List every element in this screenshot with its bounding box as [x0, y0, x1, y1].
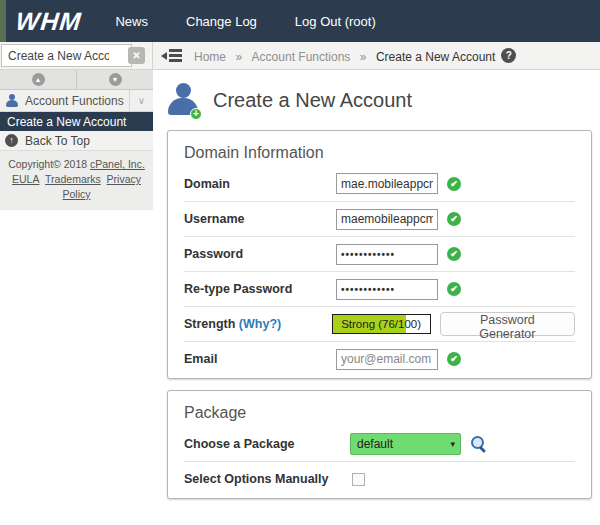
breadcrumb-separator: »: [360, 50, 367, 64]
breadcrumb-separator: »: [235, 50, 242, 64]
sidebar-nav-buttons: ▲ ▼: [0, 70, 153, 90]
password-label: Password: [184, 247, 336, 261]
breadcrumb-current: Create a New Account: [376, 50, 495, 64]
choose-package-label: Choose a Package: [184, 437, 350, 451]
select-options-manually-checkbox[interactable]: [352, 473, 365, 486]
valid-check-icon: ✔: [447, 212, 461, 226]
select-options-manually-label: Select Options Manually: [184, 472, 350, 486]
form-row-email: Email ✔: [184, 341, 575, 376]
back-to-top-button[interactable]: ↑ Back To Top: [0, 131, 153, 151]
scroll-up-button[interactable]: ▲: [0, 70, 77, 89]
eula-link[interactable]: EULA: [12, 173, 39, 185]
sidebar-item-create-new-account[interactable]: Create a New Account: [0, 112, 153, 131]
password-generator-button[interactable]: Password Generator: [440, 312, 575, 336]
breadcrumb: Home » Account Functions » Create a New …: [194, 47, 495, 65]
domain-information-section: Domain Information Domain ✔ Username ✔ P…: [167, 130, 592, 379]
page-header: + Create a New Account: [168, 83, 600, 117]
chevron-down-icon: ▼: [109, 73, 122, 86]
hamburger-icon: [169, 49, 182, 62]
copyright-text: Copyright© 2018: [8, 158, 90, 170]
nav-link-logout[interactable]: Log Out (root): [295, 14, 376, 29]
package-select[interactable]: default ▾: [350, 433, 461, 455]
sidebar-search-area: ✕: [0, 42, 153, 70]
strength-label: Strength (Why?): [184, 317, 332, 331]
navbar-accent-strip: [0, 0, 6, 42]
top-navbar: WHM News Change Log Log Out (root): [0, 0, 600, 42]
domain-information-heading: Domain Information: [184, 144, 575, 162]
valid-check-icon: ✔: [447, 352, 461, 366]
valid-check-icon: ✔: [447, 177, 461, 191]
select-arrow-icon: ▾: [450, 434, 455, 455]
domain-input[interactable]: [336, 173, 438, 194]
sidebar-collapse-icon[interactable]: [161, 49, 182, 62]
navbar-links: News Change Log Log Out (root): [115, 14, 375, 29]
back-to-top-label: Back To Top: [25, 134, 90, 148]
arrow-up-icon: ↑: [5, 134, 18, 147]
sidebar-footer: Copyright© 2018 cPanel, Inc. EULA Tradem…: [0, 151, 153, 210]
search-input[interactable]: [1, 44, 132, 67]
why-link[interactable]: (Why?): [239, 317, 281, 331]
help-icon[interactable]: ?: [501, 48, 516, 63]
form-row-select-options-manually: Select Options Manually: [184, 461, 575, 496]
valid-check-icon: ✔: [447, 282, 461, 296]
body-row: ▲ ▼ Account Functions ∨ Create a New Acc…: [0, 70, 600, 525]
toolbar-row: ✕ Home » Account Functions » Create a Ne…: [0, 42, 600, 70]
whm-app: WHM News Change Log Log Out (root) ✕ Hom…: [0, 0, 600, 525]
user-icon: [6, 94, 18, 107]
password-input[interactable]: [336, 244, 438, 265]
strength-text: Strong (76/100): [333, 315, 430, 333]
trademarks-link[interactable]: Trademarks: [45, 173, 101, 185]
main-content: + Create a New Account Domain Informatio…: [153, 70, 600, 525]
breadcrumb-home[interactable]: Home: [194, 50, 226, 64]
cpanel-link[interactable]: cPanel, Inc.: [90, 158, 145, 170]
form-row-username: Username ✔: [184, 201, 575, 236]
search-box: ✕: [1, 44, 150, 67]
whm-logo: WHM: [14, 7, 83, 36]
page-title: Create a New Account: [213, 89, 412, 112]
form-row-domain: Domain ✔: [184, 166, 575, 201]
nav-link-news[interactable]: News: [115, 14, 148, 29]
form-row-password: Password ✔: [184, 236, 575, 271]
retype-password-input[interactable]: [336, 279, 438, 300]
email-input[interactable]: [336, 349, 438, 370]
username-label: Username: [184, 212, 336, 226]
search-package-icon[interactable]: [470, 435, 487, 452]
chevron-up-icon: ▲: [32, 73, 45, 86]
collapse-arrow-icon: [161, 52, 167, 60]
sidebar: ▲ ▼ Account Functions ∨ Create a New Acc…: [0, 70, 153, 525]
valid-check-icon: ✔: [447, 247, 461, 261]
section-chevron-down-icon[interactable]: ∨: [129, 90, 153, 112]
form-row-choose-package: Choose a Package default ▾: [184, 426, 575, 461]
form-row-strength: Strength (Why?) Strong (76/100) Password…: [184, 306, 575, 341]
breadcrumb-bar: Home » Account Functions » Create a New …: [153, 42, 600, 70]
domain-label: Domain: [184, 177, 336, 191]
create-account-user-icon: +: [168, 83, 200, 117]
package-heading: Package: [184, 404, 575, 422]
plus-badge-icon: +: [190, 108, 202, 120]
search-clear-icon[interactable]: ✕: [128, 47, 145, 64]
nav-link-changelog[interactable]: Change Log: [186, 14, 257, 29]
package-section: Package Choose a Package default ▾ Selec…: [167, 390, 592, 499]
retype-password-label: Re-type Password: [184, 282, 336, 296]
username-input[interactable]: [336, 209, 438, 230]
sidebar-item-label: Create a New Account: [7, 115, 126, 129]
strength-meter: Strong (76/100): [332, 314, 431, 334]
scroll-down-button[interactable]: ▼: [77, 70, 153, 89]
email-label: Email: [184, 352, 336, 366]
sidebar-section-label: Account Functions: [25, 94, 129, 108]
breadcrumb-account-functions[interactable]: Account Functions: [252, 50, 351, 64]
package-select-value: default: [357, 437, 393, 451]
sidebar-section-account-functions[interactable]: Account Functions ∨: [0, 90, 153, 112]
form-row-retype-password: Re-type Password ✔: [184, 271, 575, 306]
